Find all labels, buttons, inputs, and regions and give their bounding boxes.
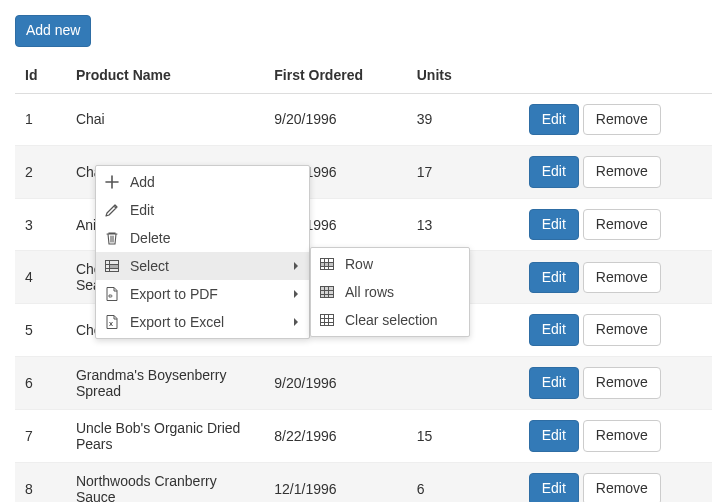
svg-rect-6 [321, 315, 334, 326]
cell-units: 17 [407, 146, 519, 199]
cell-name: Uncle Bob's Organic Dried Pears [66, 409, 264, 462]
cell-actions: EditRemove [519, 146, 712, 199]
cell-name: Northwoods Cranberry Sauce [66, 462, 264, 502]
cell-actions: EditRemove [519, 462, 712, 502]
cell-units: 15 [407, 409, 519, 462]
svg-rect-1 [110, 265, 118, 268]
col-header-units[interactable]: Units [407, 57, 519, 94]
edit-button[interactable]: Edit [529, 262, 579, 294]
col-header-actions [519, 57, 712, 94]
edit-button[interactable]: Edit [529, 420, 579, 452]
clear-icon [319, 312, 335, 328]
cell-name: Grandma's Boysenberry Spread [66, 356, 264, 409]
svg-rect-3 [321, 263, 334, 267]
edit-button[interactable]: Edit [529, 156, 579, 188]
remove-button[interactable]: Remove [583, 367, 661, 399]
table-row[interactable]: 1Chai9/20/199639EditRemove [15, 93, 712, 146]
remove-button[interactable]: Remove [583, 104, 661, 136]
context-submenu-select[interactable]: Row All rows Clear selection [310, 247, 470, 337]
cm-label: Export to Excel [130, 314, 224, 330]
table-row[interactable]: 6Grandma's Boysenberry Spread9/20/1996Ed… [15, 356, 712, 409]
sm-all-rows[interactable]: All rows [311, 278, 469, 306]
cm-label: Delete [130, 230, 170, 246]
edit-button[interactable]: Edit [529, 473, 579, 502]
cell-id: 3 [15, 198, 66, 251]
edit-button[interactable]: Edit [529, 314, 579, 346]
cell-actions: EditRemove [519, 356, 712, 409]
cell-actions: EditRemove [519, 409, 712, 462]
cm-label: Edit [130, 202, 154, 218]
cm-export-excel[interactable]: Export to Excel [96, 308, 309, 336]
remove-button[interactable]: Remove [583, 314, 661, 346]
cell-units: 6 [407, 462, 519, 502]
col-header-date[interactable]: First Ordered [264, 57, 406, 94]
remove-button[interactable]: Remove [583, 262, 661, 294]
cell-date: 9/20/1996 [264, 356, 406, 409]
cell-units: 13 [407, 198, 519, 251]
add-new-button[interactable]: Add new [15, 15, 91, 47]
cell-date: 9/20/1996 [264, 93, 406, 146]
cell-actions: EditRemove [519, 251, 712, 304]
cm-label: Add [130, 174, 155, 190]
sm-label: Row [345, 256, 373, 272]
sm-clear[interactable]: Clear selection [311, 306, 469, 334]
edit-button[interactable]: Edit [529, 209, 579, 241]
cm-edit[interactable]: Edit [96, 196, 309, 224]
cm-delete[interactable]: Delete [96, 224, 309, 252]
remove-button[interactable]: Remove [583, 156, 661, 188]
cm-add[interactable]: Add [96, 168, 309, 196]
table-row[interactable]: 8Northwoods Cranberry Sauce12/1/19966Edi… [15, 462, 712, 502]
cell-actions: EditRemove [519, 304, 712, 357]
excel-icon [104, 314, 120, 330]
table-row[interactable]: 7Uncle Bob's Organic Dried Pears8/22/199… [15, 409, 712, 462]
pencil-icon [104, 202, 120, 218]
trash-icon [104, 230, 120, 246]
pdf-icon [104, 286, 120, 302]
cell-id: 4 [15, 251, 66, 304]
cm-label: Export to PDF [130, 286, 218, 302]
context-menu[interactable]: Add Edit Delete Select Export to PDF [95, 165, 310, 339]
col-header-name[interactable]: Product Name [66, 57, 264, 94]
chevron-right-icon [291, 317, 301, 327]
sm-label: Clear selection [345, 312, 438, 328]
chevron-right-icon [291, 261, 301, 271]
cell-date: 8/22/1996 [264, 409, 406, 462]
plus-icon [104, 174, 120, 190]
cell-units [407, 356, 519, 409]
cm-label: Select [130, 258, 169, 274]
remove-button[interactable]: Remove [583, 473, 661, 502]
cell-name: Chai [66, 93, 264, 146]
svg-rect-5 [321, 287, 334, 298]
sm-label: All rows [345, 284, 394, 300]
cell-units: 39 [407, 93, 519, 146]
cell-id: 2 [15, 146, 66, 199]
cell-id: 6 [15, 356, 66, 409]
col-header-id[interactable]: Id [15, 57, 66, 94]
edit-button[interactable]: Edit [529, 104, 579, 136]
cell-id: 1 [15, 93, 66, 146]
cell-actions: EditRemove [519, 93, 712, 146]
remove-button[interactable]: Remove [583, 420, 661, 452]
cell-actions: EditRemove [519, 198, 712, 251]
cell-id: 5 [15, 304, 66, 357]
edit-button[interactable]: Edit [529, 367, 579, 399]
select-icon [104, 258, 120, 274]
cell-id: 8 [15, 462, 66, 502]
chevron-right-icon [291, 289, 301, 299]
all-rows-icon [319, 284, 335, 300]
cm-select[interactable]: Select [96, 252, 309, 280]
cell-date: 12/1/1996 [264, 462, 406, 502]
sm-row[interactable]: Row [311, 250, 469, 278]
cell-id: 7 [15, 409, 66, 462]
row-icon [319, 256, 335, 272]
cm-export-pdf[interactable]: Export to PDF [96, 280, 309, 308]
remove-button[interactable]: Remove [583, 209, 661, 241]
